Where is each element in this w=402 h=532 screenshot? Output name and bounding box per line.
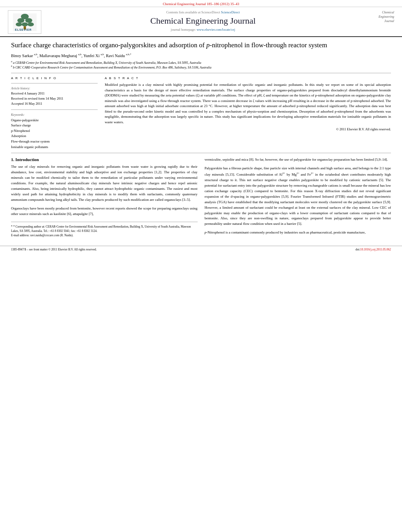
received-date: Received 4 January 2011 bbox=[11, 91, 98, 96]
svg-point-3 bbox=[25, 18, 32, 23]
journal-homepage: journal homepage: www.elsevier.com/locat… bbox=[47, 28, 359, 32]
accepted-date: Accepted 16 May 2011 bbox=[11, 101, 98, 106]
keyword-4: Adsorption bbox=[11, 133, 98, 139]
divider-1 bbox=[11, 73, 391, 73]
keywords-list: Organo-palygorskite Surface charge p-Nit… bbox=[11, 118, 98, 150]
header-right: ChemicalEngineeringJournal bbox=[363, 10, 394, 24]
logo-box: ELSEVIER bbox=[8, 10, 41, 34]
keywords-label: Keywords: bbox=[11, 113, 98, 117]
intro-para-5: p-Nitrophenol is a contaminant commonly … bbox=[205, 230, 391, 235]
keyword-5: Flow-through reactor system bbox=[11, 139, 98, 145]
sciencedirect-link: Contents lists available at ScienceDirec… bbox=[47, 10, 359, 14]
article-title: Surface charge characteristics of organo… bbox=[11, 41, 391, 50]
intro-para-4: Palygorskite has a fibrous particle shap… bbox=[205, 166, 391, 227]
article-history: Article history: Received 4 January 2011… bbox=[11, 87, 98, 106]
body-col-right: vermiculite, sepiolite and mica [8]. So … bbox=[205, 157, 391, 239]
intro-para-3: vermiculite, sepiolite and mica [8]. So … bbox=[205, 157, 391, 163]
svg-point-5 bbox=[22, 22, 28, 26]
footnote-corresponding: * * Corresponding author at: CERAR-Centr… bbox=[11, 224, 198, 234]
article-info-title: A R T I C L E I N F O bbox=[11, 76, 98, 80]
body-content: 1. Introduction The use of clay minerals… bbox=[11, 157, 391, 239]
page: Chemical Engineering Journal 185–186 (20… bbox=[0, 0, 402, 251]
sciencedirect-anchor[interactable]: ScienceDirect bbox=[221, 10, 240, 14]
elsevier-tree-icon: ELSEVIER bbox=[13, 13, 37, 31]
abstract-text: Modified palygorskite is a clay mineral … bbox=[105, 82, 391, 125]
intro-para-1: The use of clay minerals for removing or… bbox=[11, 164, 198, 203]
header-right-text: ChemicalEngineeringJournal bbox=[363, 10, 394, 24]
article-info-col: A R T I C L E I N F O Article history: R… bbox=[11, 76, 98, 150]
divider-body bbox=[11, 153, 391, 153]
journal-ref: Chemical Engineering Journal 185–186 (20… bbox=[163, 2, 239, 6]
affiliations: a a CERAR-Centre for Environmental Risk … bbox=[11, 60, 391, 70]
divider-keywords bbox=[11, 109, 98, 110]
bottom-bar: 1385-8947/$ – see front matter © 2011 El… bbox=[0, 246, 402, 251]
copyright: © 2011 Elsevier B.V. All rights reserved… bbox=[105, 127, 391, 131]
journal-top-bar: Chemical Engineering Journal 185–186 (20… bbox=[0, 0, 402, 7]
svg-text:ELSEVIER: ELSEVIER bbox=[15, 28, 32, 31]
abstract-title: A B S T R A C T bbox=[105, 76, 391, 80]
history-label: Article history: bbox=[11, 87, 98, 90]
divider-article-info bbox=[11, 83, 98, 83]
elsevier-logo: ELSEVIER bbox=[8, 10, 43, 34]
abstract-col: A B S T R A C T Modified palygorskite is… bbox=[105, 76, 391, 150]
doi-text: doi:10.1016/j.cej.2011.05.062 bbox=[356, 248, 391, 251]
footnote-email: E-mail address: ravi.naidu@crccare.com (… bbox=[11, 233, 198, 237]
svg-point-2 bbox=[17, 18, 24, 23]
intro-para-2: Organoclays have been mostly produced fr… bbox=[11, 206, 198, 217]
revised-date: Received in revised form 14 May 2011 bbox=[11, 96, 98, 101]
header-center: Contents lists available at ScienceDirec… bbox=[47, 10, 359, 32]
article-info-abstract: A R T I C L E I N F O Article history: R… bbox=[11, 76, 391, 150]
keyword-1: Organo-palygorskite bbox=[11, 118, 98, 123]
journal-url[interactable]: www.elsevier.com/locate/cej bbox=[196, 28, 235, 32]
journal-title-main: Chemical Engineering Journal bbox=[47, 16, 359, 26]
keyword-6: Ionisable organic pollutants bbox=[11, 145, 98, 150]
doi-link[interactable]: 10.1016/j.cej.2011.05.062 bbox=[360, 248, 391, 251]
footnote-section: * * Corresponding author at: CERAR-Centr… bbox=[11, 222, 198, 238]
svg-point-4 bbox=[16, 22, 22, 26]
keyword-3: p-Nitrophenol bbox=[11, 128, 98, 134]
body-col-left: 1. Introduction The use of clay minerals… bbox=[11, 157, 198, 239]
main-content: Surface charge characteristics of organo… bbox=[0, 37, 402, 243]
header-section: ELSEVIER Contents lists available at Sci… bbox=[0, 7, 402, 37]
svg-point-6 bbox=[28, 22, 34, 26]
keywords-section: Keywords: Organo-palygorskite Surface ch… bbox=[11, 113, 98, 150]
intro-section-title: 1. Introduction bbox=[11, 157, 198, 162]
issn-text: 1385-8947/$ – see front matter © 2011 El… bbox=[11, 248, 97, 251]
authors: Binoy Sarkar a,b, Mallavarapu Megharaj a… bbox=[11, 53, 391, 58]
keyword-2: Surface charge bbox=[11, 123, 98, 128]
